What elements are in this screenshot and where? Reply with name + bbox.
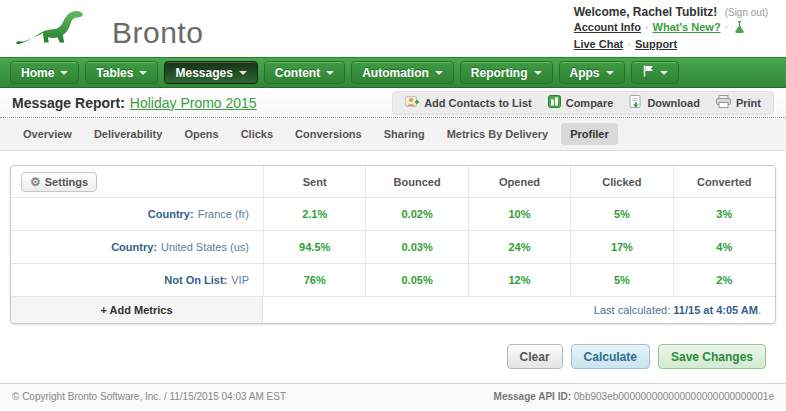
logo-text: Bronto xyxy=(112,18,203,51)
tab-overview[interactable]: Overview xyxy=(14,123,81,145)
user-block: Welcome, Rachel Tublitz! (Sign out) Acco… xyxy=(574,5,772,52)
chevron-down-icon xyxy=(606,71,614,75)
metric-value: 10% xyxy=(468,198,570,230)
report-title-bar: Message Report:Holiday Promo 2015 Add Co… xyxy=(0,88,786,118)
metric-value: 76% xyxy=(263,264,365,296)
form-actions: Clear Calculate Save Changes xyxy=(10,324,776,369)
add-metrics-button[interactable]: + Add Metrics xyxy=(11,297,263,323)
chevron-down-icon xyxy=(326,71,334,75)
metric-value: 5% xyxy=(570,264,672,296)
metric-value: 0.02% xyxy=(365,198,467,230)
download-icon xyxy=(629,95,642,111)
flag-icon xyxy=(642,65,654,80)
metric-value: 94.5% xyxy=(263,231,365,263)
bronto-logo[interactable]: Bronto xyxy=(14,6,203,51)
row-label: Not On List:VIP xyxy=(11,274,263,286)
table-row: Not On List:VIP 76% 0.05% 12% 5% 2% xyxy=(11,263,775,296)
metric-value: 24% xyxy=(468,231,570,263)
profiler-table: ⚙︎ Settings Sent Bounced Opened Clicked … xyxy=(10,165,776,324)
settings-button[interactable]: ⚙︎ Settings xyxy=(21,172,97,192)
nav-content[interactable]: Content xyxy=(264,61,345,84)
chevron-down-icon xyxy=(534,71,542,75)
metric-value: 4% xyxy=(673,231,775,263)
tab-conversions[interactable]: Conversions xyxy=(286,123,371,145)
column-header-converted: Converted xyxy=(673,166,775,197)
tab-metrics-by-delivery[interactable]: Metrics By Delivery xyxy=(438,123,558,145)
sign-out-link[interactable]: (Sign out) xyxy=(725,7,768,18)
account-info-link[interactable]: Account Info xyxy=(574,21,641,33)
tab-deliverability[interactable]: Deliverability xyxy=(85,123,171,145)
nav-messages[interactable]: Messages xyxy=(164,61,257,84)
message-name-link[interactable]: Holiday Promo 2015 xyxy=(130,95,257,111)
save-changes-button[interactable]: Save Changes xyxy=(658,344,766,369)
metric-value: 0.05% xyxy=(365,264,467,296)
support-link[interactable]: Support xyxy=(635,38,677,50)
column-header-bounced: Bounced xyxy=(365,166,467,197)
tab-opens[interactable]: Opens xyxy=(175,123,227,145)
download-button[interactable]: Download xyxy=(629,95,700,111)
live-chat-link[interactable]: Live Chat xyxy=(574,38,624,50)
bronto-dinosaur-icon xyxy=(14,6,110,51)
table-row: Country:United States (us) 94.5% 0.03% 2… xyxy=(11,230,775,263)
row-label: Country:United States (us) xyxy=(11,241,263,253)
nav-automation[interactable]: Automation xyxy=(351,61,454,84)
nav-flag[interactable] xyxy=(631,61,679,84)
clear-button[interactable]: Clear xyxy=(507,344,563,369)
app-header: Bronto Welcome, Rachel Tublitz! (Sign ou… xyxy=(0,0,786,57)
nav-tables[interactable]: Tables xyxy=(85,61,158,84)
metric-value: 2% xyxy=(673,264,775,296)
metric-value: 17% xyxy=(570,231,672,263)
page-title: Message Report: xyxy=(12,95,125,111)
add-contact-icon xyxy=(405,95,419,110)
column-header-opened: Opened xyxy=(468,166,570,197)
metric-value: 2.1% xyxy=(263,198,365,230)
flask-icon xyxy=(734,22,745,36)
chevron-down-icon xyxy=(239,71,247,75)
calculate-button[interactable]: Calculate xyxy=(571,344,650,369)
welcome-text: Welcome, Rachel Tublitz! xyxy=(574,5,718,19)
report-tabs: Overview Deliverability Opens Clicks Con… xyxy=(0,118,786,151)
last-calculated: Last calculated: 11/15 at 4:05 AM. xyxy=(263,304,775,316)
main-navbar: Home Tables Messages Content Automation … xyxy=(0,57,786,88)
nav-home[interactable]: Home xyxy=(10,61,79,84)
nav-apps[interactable]: Apps xyxy=(559,61,625,84)
compare-button[interactable]: Compare xyxy=(548,95,614,110)
tab-profiler[interactable]: Profiler xyxy=(561,123,618,145)
row-label: Country:France (fr) xyxy=(11,208,263,220)
whats-new-link[interactable]: What's New? xyxy=(653,21,721,33)
printer-icon xyxy=(716,95,731,110)
add-contacts-to-list-button[interactable]: Add Contacts to List xyxy=(405,95,532,110)
report-toolbar: Add Contacts to List Compare Download Pr… xyxy=(392,91,774,115)
table-header-row: ⚙︎ Settings Sent Bounced Opened Clicked … xyxy=(11,166,775,197)
tab-clicks[interactable]: Clicks xyxy=(232,123,282,145)
table-row: Country:France (fr) 2.1% 0.02% 10% 5% 3% xyxy=(11,197,775,230)
metric-value: 12% xyxy=(468,264,570,296)
chevron-down-icon xyxy=(60,71,68,75)
message-api-id: Message API ID: 0bb903eb0000000000000000… xyxy=(494,391,774,402)
compare-icon xyxy=(548,95,561,110)
chevron-down-icon xyxy=(660,71,668,75)
main-content: ⚙︎ Settings Sent Bounced Opened Clicked … xyxy=(0,151,786,369)
copyright-text: © Copyright Bronto Software, Inc. / 11/1… xyxy=(12,391,286,402)
metric-value: 3% xyxy=(673,198,775,230)
gear-icon: ⚙︎ xyxy=(30,176,41,188)
link-separator: · xyxy=(645,21,649,33)
metric-value: 0.03% xyxy=(365,231,467,263)
print-button[interactable]: Print xyxy=(716,95,761,110)
table-footer-row: + Add Metrics Last calculated: 11/15 at … xyxy=(11,296,775,323)
column-header-clicked: Clicked xyxy=(570,166,672,197)
chevron-down-icon xyxy=(139,71,147,75)
column-header-sent: Sent xyxy=(263,166,365,197)
chevron-down-icon xyxy=(435,71,443,75)
tab-sharing[interactable]: Sharing xyxy=(375,123,434,145)
page-footer: © Copyright Bronto Software, Inc. / 11/1… xyxy=(0,383,786,409)
nav-reporting[interactable]: Reporting xyxy=(460,61,553,84)
metric-value: 5% xyxy=(570,198,672,230)
